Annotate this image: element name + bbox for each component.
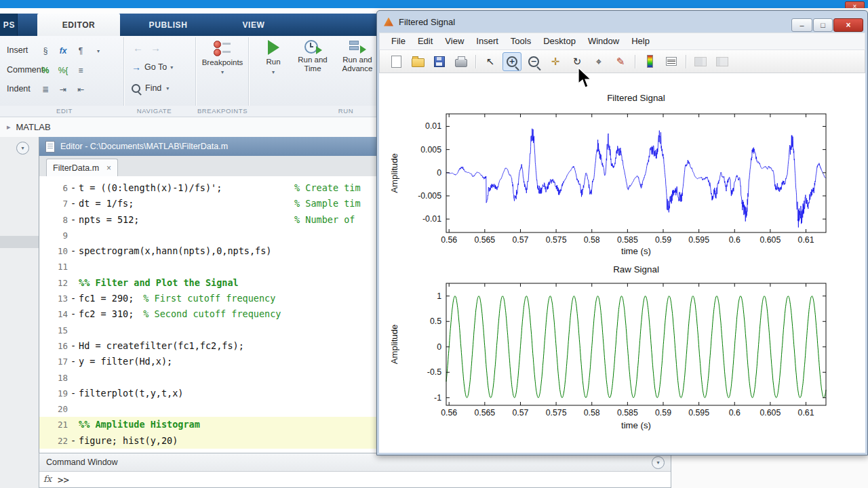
line-exec-dash: -: [68, 212, 79, 228]
insert-block-icon[interactable]: ¶: [73, 43, 88, 58]
line-exec-dash: [68, 370, 79, 386]
smart-indent-icon[interactable]: ≣: [38, 82, 53, 97]
code-line-19[interactable]: 19-filterplot(t,y,t,x): [39, 386, 380, 401]
open-file-icon[interactable]: [408, 52, 427, 71]
code-line-8[interactable]: 8-npts = 512;% Number of: [39, 212, 380, 228]
tab-close-icon[interactable]: ×: [106, 163, 111, 173]
svg-text:-0.5: -0.5: [427, 367, 441, 377]
menu-desktop[interactable]: Desktop: [537, 33, 582, 49]
command-prompt[interactable]: >>: [58, 474, 69, 485]
line-number: 19: [39, 386, 68, 401]
menu-window[interactable]: Window: [582, 33, 625, 49]
code-line-6[interactable]: 6-t = ((0:length(x)-1)/fs)';% Create tim: [39, 180, 380, 196]
figure-canvas[interactable]: 0.560.5650.570.5750.580.5850.590.5950.60…: [379, 73, 865, 453]
run-and-time-button[interactable]: Run and Time: [293, 40, 332, 73]
indent-label: Indent: [7, 84, 31, 94]
toolstrip-tab-ps[interactable]: PS: [0, 14, 18, 36]
zoom-in-icon[interactable]: +: [502, 52, 521, 71]
code-line-12[interactable]: 12%% Filter and Plot the Signal: [39, 275, 380, 291]
maximize-button[interactable]: □: [813, 18, 833, 32]
code-line-18[interactable]: 18: [39, 370, 380, 386]
code-text: t = ((0:length(x)-1)/fs)';% Create tim: [79, 180, 380, 196]
side-panel: ▾: [0, 137, 39, 488]
matlab-window-titlebar: [0, 0, 868, 8]
figure-menubar: FileEditViewInsertToolsDesktopWindowHelp: [379, 33, 865, 50]
close-button[interactable]: ×: [833, 18, 863, 32]
code-line-15[interactable]: 15: [39, 323, 380, 338]
print-figure-icon[interactable]: [452, 52, 471, 71]
code-text: [79, 323, 380, 338]
run-and-advance-button[interactable]: Run and Advance: [336, 40, 378, 73]
insert-section-icon[interactable]: §: [38, 43, 53, 58]
code-line-16[interactable]: 16-Hd = createfilter(fc1,fc2,fs);: [39, 338, 380, 354]
code-lines[interactable]: 6-t = ((0:length(x)-1)/fs)';% Create tim…: [39, 176, 380, 453]
breadcrumb[interactable]: ▸ MATLAB: [0, 117, 380, 138]
code-line-21[interactable]: 21%% Amplitude Histogram: [39, 417, 380, 432]
menu-file[interactable]: File: [385, 33, 412, 49]
insert-dropdown-icon[interactable]: ▾: [91, 43, 106, 58]
block-comment-icon[interactable]: %{: [56, 63, 71, 78]
pan-icon[interactable]: ✛: [546, 52, 565, 71]
find-button[interactable]: Find ▾: [132, 83, 169, 93]
code-line-20[interactable]: 20: [39, 401, 380, 417]
toolstrip-tabs: PSEDITORPUBLISHVIEW: [0, 14, 380, 36]
toolstrip-tab-editor[interactable]: EDITOR: [37, 14, 120, 36]
code-line-14[interactable]: 14-fc2 = 310;% Second cutoff frequency: [39, 306, 380, 322]
menu-view[interactable]: View: [439, 33, 470, 49]
code-line-22[interactable]: 22-figure; hist(y,20): [39, 433, 380, 449]
toolstrip-tab-view[interactable]: VIEW: [216, 14, 292, 36]
svg-text:Amplitude: Amplitude: [389, 325, 399, 365]
back-icon[interactable]: ←: [133, 42, 143, 54]
code-statement: dt = 1/fs;: [79, 198, 134, 209]
code-line-7[interactable]: 7-dt = 1/fs;% Sample tim: [39, 196, 380, 211]
svg-text:0.595: 0.595: [688, 408, 709, 418]
section-label-edit: EDIT: [41, 107, 88, 115]
code-line-17[interactable]: 17-y = filter(Hd,x);: [39, 354, 380, 369]
code-line-13[interactable]: 13-fc1 = 290;% First cutoff frequency: [39, 291, 380, 306]
code-line-9[interactable]: 9: [39, 228, 380, 243]
run-button[interactable]: Run ▾: [258, 40, 289, 75]
code-line-10[interactable]: 10-spectrogram(x,hann(npts),0,npts,fs): [39, 243, 380, 259]
panel-item[interactable]: [0, 236, 39, 248]
comment-icon[interactable]: %: [38, 63, 53, 78]
brush-icon[interactable]: ✎: [611, 52, 630, 71]
edit-plot-icon[interactable]: ↖: [481, 52, 500, 71]
new-figure-icon[interactable]: [387, 52, 406, 71]
indent-left-icon[interactable]: ⇤: [73, 82, 88, 97]
line-number: 11: [39, 259, 68, 274]
menu-help[interactable]: Help: [625, 33, 656, 49]
command-window[interactable]: Command Window ▾ fx >>: [39, 453, 671, 488]
goto-button[interactable]: → Go To ▾: [132, 62, 173, 73]
insert-colorbar-icon[interactable]: [640, 52, 659, 71]
panel-actions-button[interactable]: ▾: [652, 456, 665, 469]
indent-right-icon[interactable]: ⇥: [56, 82, 71, 97]
zoom-out-icon[interactable]: −: [524, 52, 543, 71]
line-number: 17: [39, 354, 68, 369]
minimize-button[interactable]: –: [791, 18, 812, 32]
editor-titlebar[interactable]: Editor - C:\Documents\MATLAB\FilterData.…: [39, 137, 380, 156]
insert-fx-icon[interactable]: fx: [56, 43, 71, 58]
toolstrip-section-labels: EDITNAVIGATEBREAKPOINTSRUN: [0, 106, 380, 117]
svg-text:0.56: 0.56: [441, 235, 457, 245]
figure-toolbar: ↖+−✛↻⌖✎: [379, 50, 865, 73]
fx-indicator[interactable]: fx: [43, 474, 52, 484]
forward-icon[interactable]: →: [151, 42, 161, 54]
insert-legend-icon[interactable]: [662, 52, 681, 71]
menu-tools[interactable]: Tools: [505, 33, 537, 49]
menu-edit[interactable]: Edit: [412, 33, 439, 49]
run-label: Run: [266, 58, 280, 66]
command-window-header[interactable]: Command Window ▾: [39, 453, 671, 472]
breakpoints-caret-icon: ▾: [221, 69, 224, 75]
figure-titlebar[interactable]: Filtered Signal – □ ×: [377, 11, 867, 33]
menu-insert[interactable]: Insert: [470, 33, 505, 49]
breakpoints-button[interactable]: Breakpoints ▾: [201, 40, 244, 75]
run-icon: [268, 40, 279, 55]
editor-tab-filterdata[interactable]: FilterData.m ×: [46, 159, 118, 176]
code-line-11[interactable]: 11: [39, 259, 380, 274]
wrap-comment-icon[interactable]: ≡: [73, 63, 88, 78]
panel-actions-button[interactable]: ▾: [16, 142, 29, 155]
figure-window[interactable]: Filtered Signal – □ × FileEditViewInsert…: [376, 10, 868, 455]
svg-text:-0.01: -0.01: [422, 214, 441, 224]
save-figure-icon[interactable]: [430, 52, 449, 71]
toolstrip-tab-publish[interactable]: PUBLISH: [125, 14, 211, 36]
